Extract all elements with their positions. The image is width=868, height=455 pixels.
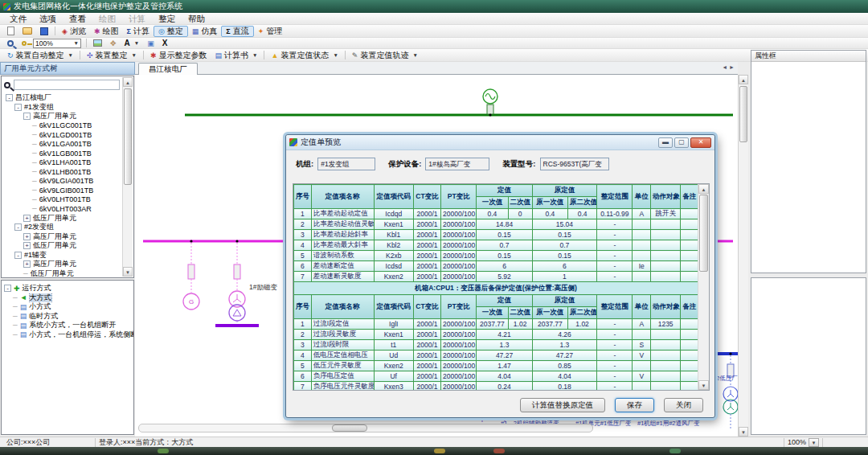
- pan-button[interactable]: ✥: [106, 38, 121, 49]
- maximize-button[interactable]: ▢: [674, 137, 689, 148]
- save-button[interactable]: [36, 26, 52, 37]
- tree-item[interactable]: ─6kV1LGA001TB: [3, 140, 121, 150]
- table-row[interactable]: 6负序电压定值Uf2000/120000/1004.044.04-V: [294, 371, 698, 382]
- minimize-button[interactable]: ▬: [658, 137, 673, 148]
- expand-icon[interactable]: +: [23, 233, 31, 240]
- scroll-up-icon[interactable]: ▲: [123, 77, 133, 87]
- table-row[interactable]: 3过流I段时限t12000/120000/1001.31.3-S: [294, 340, 698, 350]
- tree-item[interactable]: -昌江核电厂: [3, 93, 121, 103]
- scroll-down-icon[interactable]: ▼: [123, 267, 133, 277]
- menu-options[interactable]: 选项: [33, 13, 63, 25]
- tree-item[interactable]: +高压厂用单元: [3, 232, 121, 242]
- calc-book-button[interactable]: ▤计算书▼: [211, 50, 262, 61]
- value-status-button[interactable]: ▲装置定值状态▼: [267, 50, 342, 61]
- tree-item[interactable]: ─6kV1LHA001TB: [3, 158, 121, 168]
- scrollbar-thumb[interactable]: [332, 424, 367, 432]
- new-button[interactable]: [3, 26, 18, 37]
- menu-view[interactable]: 查看: [63, 13, 92, 25]
- tree-item[interactable]: ─低压厂用单元: [3, 269, 121, 277]
- tab-pager-icons[interactable]: ◄ ►: [722, 64, 735, 70]
- scroll-up-icon[interactable]: ▲: [698, 184, 709, 194]
- canvas-vertical-scrollbar[interactable]: ▲ ▼: [738, 75, 748, 437]
- menu-setting[interactable]: 整定: [152, 13, 182, 25]
- table-row[interactable]: 6差动速断定值Icdsd2000/120000/10066-Ie: [294, 261, 698, 272]
- device-setting-button[interactable]: ✣装置整定▼: [83, 50, 141, 61]
- zoom-combobox[interactable]: 100% ▼: [33, 39, 81, 48]
- zoom-dropdown-button[interactable]: ▼: [809, 438, 819, 447]
- auto-setting-button[interactable]: ↻装置自动整定▼: [3, 50, 77, 61]
- tree-scrollbar[interactable]: ▲ ▼: [122, 77, 133, 277]
- font-button[interactable]: A▼: [121, 38, 144, 49]
- collapse-icon[interactable]: -: [6, 94, 13, 101]
- expand-icon[interactable]: +: [23, 260, 31, 268]
- show-params-button[interactable]: ✱显示整定参数: [146, 50, 211, 61]
- table-scrollbar[interactable]: ▲ ▼: [698, 184, 709, 390]
- table-row[interactable]: 5谐波制动系数K2xb2000/120000/1000.150.15-: [294, 251, 698, 261]
- tree-item[interactable]: -#1发变组: [3, 103, 121, 113]
- dialog-title-bar[interactable]: 定值单预览 ▬ ▢ ✕: [286, 135, 714, 150]
- collapse-icon[interactable]: -: [14, 252, 22, 259]
- tree-item[interactable]: +低压厂用单元: [3, 241, 121, 251]
- table-row[interactable]: 4比率差动最大斜率Kbl22000/120000/1000.70.7-: [294, 240, 698, 251]
- draw-button[interactable]: ✱绘图: [90, 26, 123, 37]
- device-field[interactable]: 1#核岛高厂变: [425, 158, 489, 170]
- model-field[interactable]: RCS-9653T(高厂变: [540, 158, 609, 170]
- unit-field[interactable]: #1发变组: [317, 158, 375, 170]
- expand-icon[interactable]: +: [23, 242, 31, 249]
- tree-item[interactable]: -✚运行方式: [2, 284, 133, 293]
- dialog-close-button[interactable]: 关闭: [664, 398, 703, 412]
- calc-button[interactable]: Σ计算: [122, 26, 153, 37]
- scroll-down-icon[interactable]: ▼: [698, 380, 709, 390]
- tree-item[interactable]: ─6kV1LHB001TB: [3, 167, 121, 177]
- tree-item[interactable]: ─6kV0LHT001TB: [3, 195, 121, 205]
- tree-item[interactable]: ─6kV9LGIB001TB: [3, 186, 121, 195]
- scroll-down-icon[interactable]: ▼: [739, 427, 748, 437]
- browse-button[interactable]: ◈浏览: [58, 26, 90, 37]
- search-icon[interactable]: [4, 82, 10, 88]
- tree-item[interactable]: ─▤系统小方式，一台机组断开: [2, 321, 133, 330]
- manage-button[interactable]: ✦管理: [254, 26, 287, 37]
- collapse-icon[interactable]: -: [14, 223, 22, 231]
- close-button[interactable]: ✕: [690, 137, 711, 148]
- open-button[interactable]: [18, 26, 36, 37]
- image-button[interactable]: [89, 38, 106, 49]
- tree-item[interactable]: ─▤小方式: [2, 302, 133, 312]
- tree-item[interactable]: ─▤临时方式: [2, 312, 133, 322]
- tree-item[interactable]: +高压厂用单元: [3, 260, 121, 269]
- table-row[interactable]: 2比率差动起动值灵敏度Kxen12000/120000/10014.8415.0…: [294, 219, 698, 230]
- collapse-icon[interactable]: -: [23, 113, 31, 120]
- tree-item[interactable]: ─6kV1LGC001TB: [3, 121, 121, 131]
- table-row[interactable]: 1比率差动起动定值Icdqd2000/120000/1000.400.40.40…: [294, 209, 698, 219]
- tree-item[interactable]: +低压厂用单元: [3, 214, 121, 223]
- setting-button[interactable]: ◎整定: [154, 26, 188, 37]
- tree-item[interactable]: ─▤小方式，一台机组停运，系统侧断开: [2, 330, 133, 340]
- menu-help[interactable]: 帮助: [182, 13, 211, 25]
- table-row[interactable]: 4低电压定值相电压Ud2000/120000/10047.2747.27-V: [294, 350, 698, 361]
- tree-item[interactable]: ─◄大方式: [2, 293, 133, 303]
- delete-button[interactable]: X: [158, 38, 172, 49]
- value-track-button[interactable]: ✎装置定值轨迹▼: [348, 50, 422, 61]
- table-row[interactable]: 2过流I段灵敏度Kxen12000/120000/1004.214.26-: [294, 330, 698, 340]
- tree-item[interactable]: -#1辅变: [3, 251, 121, 260]
- simulation-button[interactable]: ▦仿真: [188, 26, 222, 37]
- tab-plant[interactable]: 昌江核电厂: [138, 63, 198, 75]
- save-button[interactable]: 保存: [615, 398, 654, 412]
- table-row[interactable]: 1过流I段定值IglI2000/120000/1002037.771.02203…: [294, 319, 698, 330]
- tree-item[interactable]: ─6kV0LHT003AR: [3, 204, 121, 214]
- menu-file[interactable]: 文件: [3, 13, 33, 25]
- replace-with-calculated-button[interactable]: 计算值替换原定值: [520, 398, 605, 412]
- expand-icon[interactable]: +: [23, 215, 31, 222]
- dc-button[interactable]: Σ直流: [221, 26, 253, 37]
- scroll-up-icon[interactable]: ▲: [739, 75, 748, 84]
- tree-item[interactable]: ─6kV9LGIA001TB: [3, 177, 121, 187]
- tree-item[interactable]: -高压厂用单元: [3, 112, 121, 121]
- table-row[interactable]: 7负序电压元件灵敏度Kxen32000/120000/1000.240.18-: [294, 382, 698, 391]
- collapse-icon[interactable]: -: [14, 104, 22, 111]
- tree-search-input[interactable]: [14, 80, 120, 90]
- find-button[interactable]: [3, 38, 18, 49]
- canvas-horizontal-scrollbar[interactable]: [138, 424, 593, 432]
- tree-item[interactable]: ─6kV1LGB001TB: [3, 149, 121, 158]
- page-button[interactable]: ▣: [143, 38, 158, 49]
- table-row[interactable]: 7差动速断灵敏度Kxen22000/120000/1005.921-: [294, 272, 698, 282]
- collapse-icon[interactable]: -: [4, 285, 11, 292]
